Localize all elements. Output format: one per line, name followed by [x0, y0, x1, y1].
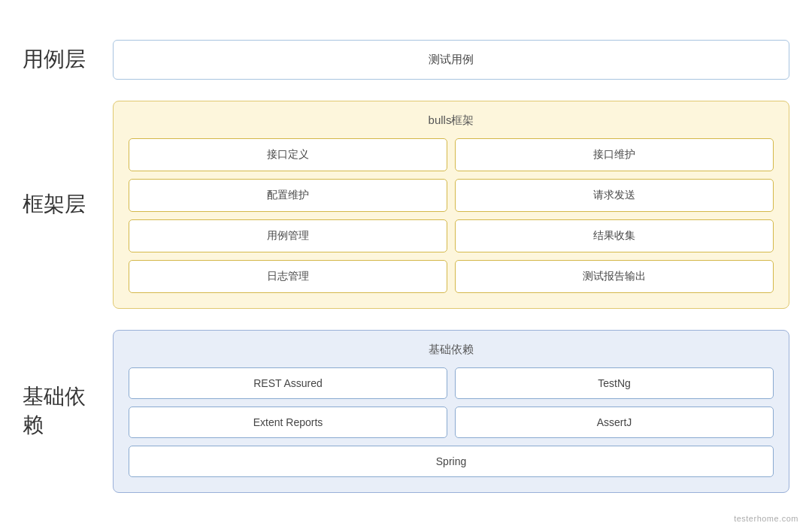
framework-content: bulls框架 接口定义 接口维护 配置维护 请求发送 用例管理 结果收集 日志…: [113, 101, 789, 309]
framework-label: 框架层: [23, 190, 90, 219]
framework-cell-6: 日志管理: [129, 260, 447, 293]
base-cell-spring: Spring: [129, 446, 774, 477]
use-case-row: 用例层 测试用例: [23, 40, 789, 80]
framework-row: 框架层 bulls框架 接口定义 接口维护 配置维护 请求发送 用例管理 结果收…: [23, 101, 789, 309]
base-cell-extent-reports: Extent Reports: [129, 407, 447, 438]
framework-cell-0: 接口定义: [129, 138, 447, 171]
framework-outer-box: bulls框架 接口定义 接口维护 配置维护 请求发送 用例管理 结果收集 日志…: [113, 101, 789, 309]
base-cell-assertj: AssertJ: [455, 407, 774, 438]
use-case-title: 测试用例: [429, 53, 474, 65]
watermark: testerhome.com: [734, 514, 798, 523]
main-container: 用例层 测试用例 框架层 bulls框架 接口定义 接口维护 配置维护 请求发送…: [23, 40, 789, 493]
use-case-label: 用例层: [23, 45, 90, 74]
base-outer-box: 基础依赖 REST Assured TestNg Extent Reports …: [113, 330, 789, 493]
framework-cell-5: 结果收集: [455, 219, 774, 252]
base-grid: REST Assured TestNg Extent Reports Asser…: [129, 367, 774, 438]
framework-cell-3: 请求发送: [455, 179, 774, 212]
base-label: 基础依赖: [23, 382, 90, 440]
base-cell-rest-assured: REST Assured: [129, 367, 447, 399]
framework-cell-2: 配置维护: [129, 179, 447, 212]
framework-cell-7: 测试报告输出: [455, 260, 774, 293]
use-case-box: 测试用例: [113, 40, 789, 80]
base-content: 基础依赖 REST Assured TestNg Extent Reports …: [113, 330, 789, 493]
base-cell-testng: TestNg: [455, 367, 774, 399]
base-title: 基础依赖: [129, 343, 774, 357]
framework-cell-4: 用例管理: [129, 219, 447, 252]
use-case-content: 测试用例: [113, 40, 789, 80]
framework-cell-1: 接口维护: [455, 138, 774, 171]
framework-grid: 接口定义 接口维护 配置维护 请求发送 用例管理 结果收集 日志管理 测试报告输…: [129, 138, 774, 293]
framework-title: bulls框架: [129, 113, 774, 128]
base-row: 基础依赖 基础依赖 REST Assured TestNg Extent Rep…: [23, 330, 789, 493]
